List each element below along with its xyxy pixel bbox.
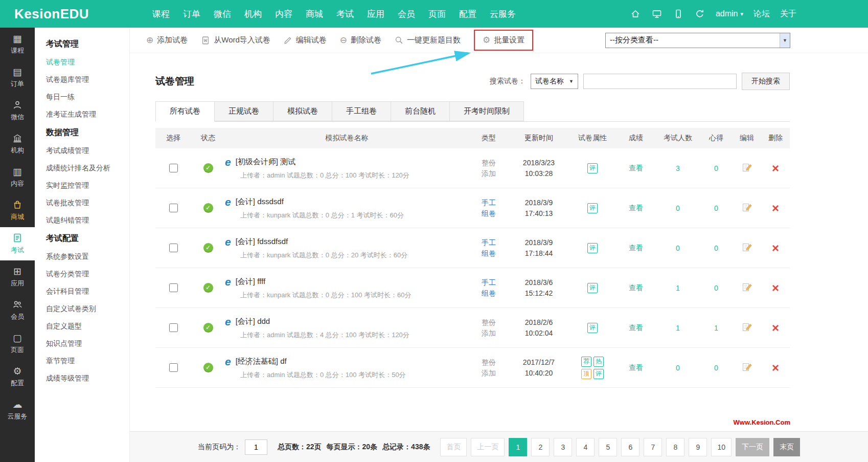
page-button-5[interactable]: 5 (599, 438, 617, 456)
examinee-count-link[interactable]: 0 (676, 364, 680, 372)
category-filter-select[interactable]: --按分类查看-- ▼ (605, 33, 790, 48)
nav-apps[interactable]: 应用 (367, 8, 384, 20)
nav-pages[interactable]: 页面 (428, 8, 446, 20)
rail-item-courses[interactable]: ▦ 课程 (0, 28, 35, 61)
delete-icon[interactable]: × (772, 281, 779, 295)
edit-icon[interactable] (742, 322, 752, 332)
row-checkbox[interactable] (169, 363, 178, 372)
submenu-item-grade-levels[interactable]: 成绩等级管理 (46, 374, 129, 383)
search-input[interactable] (583, 74, 737, 89)
nav-shop[interactable]: 商城 (306, 8, 323, 20)
tab-all-papers[interactable]: 所有试卷 (155, 101, 215, 122)
examinee-count-link[interactable]: 0 (676, 244, 680, 252)
examinee-count-link[interactable]: 1 (676, 324, 680, 332)
about-link[interactable]: 关于 (780, 9, 796, 19)
rail-item-members[interactable]: 会员 (0, 294, 35, 327)
submenu-item-paper-mgmt[interactable]: 试卷管理 (46, 58, 129, 67)
tab-manual-papers[interactable]: 手工组卷 (332, 101, 391, 121)
page-button-1[interactable]: 1 (509, 438, 527, 456)
home-icon[interactable] (630, 8, 641, 19)
submenu-item-paper-grading[interactable]: 试卷批改管理 (46, 199, 129, 208)
forum-link[interactable]: 论坛 (753, 9, 770, 19)
tab-regular-papers[interactable]: 正规试卷 (215, 101, 273, 121)
submenu-item-system-params[interactable]: 系统参数设置 (46, 252, 129, 261)
page-button-2[interactable]: 2 (531, 438, 550, 456)
search-button[interactable]: 开始搜索 (742, 73, 790, 90)
nav-courses[interactable]: 课程 (152, 8, 170, 20)
submenu-item-custom-paper-type[interactable]: 自定义试卷类别 (46, 304, 129, 314)
examinee-count-link[interactable]: 3 (676, 164, 680, 172)
nav-orders[interactable]: 订单 (183, 8, 200, 20)
view-score-link[interactable]: 查看 (629, 164, 643, 172)
page-button-9[interactable]: 9 (689, 438, 707, 456)
submenu-item-daily-practice[interactable]: 每日一练 (46, 93, 129, 102)
submenu-item-question-bank[interactable]: 试卷题库管理 (46, 75, 129, 84)
nav-settings[interactable]: 配置 (459, 8, 476, 20)
view-score-link[interactable]: 查看 (629, 323, 643, 332)
nav-cloud[interactable]: 云服务 (490, 8, 516, 20)
view-score-link[interactable]: 查看 (629, 283, 643, 292)
rail-item-orders[interactable]: ▤ 订单 (0, 61, 35, 94)
rail-item-organization[interactable]: 机构 (0, 127, 35, 161)
notes-count-link[interactable]: 0 (714, 164, 718, 172)
search-field-select[interactable]: 试卷名称 ▼ (531, 74, 578, 89)
notes-count-link[interactable]: 1 (714, 324, 718, 332)
rail-item-shop[interactable]: 商城 (0, 194, 35, 227)
submenu-item-admission-ticket[interactable]: 准考证生成管理 (46, 110, 129, 119)
delete-icon[interactable]: × (772, 321, 779, 335)
mobile-icon[interactable] (673, 8, 684, 19)
page-button-6[interactable]: 6 (621, 438, 639, 456)
page-button-10[interactable]: 10 (711, 438, 732, 456)
next-page-button[interactable]: 下一页 (736, 438, 769, 456)
paper-name-link[interactable]: [会计] fdssdfsdf (236, 237, 288, 247)
delete-icon[interactable]: × (772, 201, 779, 215)
first-page-button[interactable]: 首页 (440, 438, 467, 456)
edit-icon[interactable] (742, 362, 752, 372)
tab-time-limit[interactable]: 开考时间限制 (450, 101, 524, 121)
rail-item-pages[interactable]: ▢ 页面 (0, 327, 35, 360)
paper-name-link[interactable]: [经济法基础] df (236, 357, 287, 366)
row-checkbox[interactable] (169, 164, 178, 172)
import-word-button[interactable]: 从Word导入试卷 (201, 35, 270, 45)
view-score-link[interactable]: 查看 (629, 244, 643, 252)
nav-wechat[interactable]: 微信 (214, 8, 231, 20)
rail-item-wechat[interactable]: 微信 (0, 94, 35, 127)
row-checkbox[interactable] (169, 204, 178, 212)
notes-count-link[interactable]: 0 (714, 284, 718, 292)
paper-name-link[interactable]: [会计] ddd (236, 317, 270, 326)
submenu-item-accounting-subjects[interactable]: 会计科目管理 (46, 287, 129, 296)
prev-page-button[interactable]: 上一页 (471, 438, 505, 456)
submenu-item-error-correction[interactable]: 试题纠错管理 (46, 216, 129, 225)
refresh-icon[interactable] (694, 8, 705, 19)
paper-name-link[interactable]: [初级会计师] 测试 (236, 157, 296, 167)
page-button-7[interactable]: 7 (644, 438, 662, 456)
page-button-4[interactable]: 4 (576, 438, 595, 456)
submenu-item-score-mgmt[interactable]: 考试成绩管理 (46, 146, 129, 156)
submenu-item-chapter-mgmt[interactable]: 章节管理 (46, 357, 129, 366)
page-button-8[interactable]: 8 (666, 438, 684, 456)
delete-paper-button[interactable]: ⊖ 删除试卷 (340, 35, 381, 46)
monitor-icon[interactable] (651, 8, 663, 19)
nav-organization[interactable]: 机构 (244, 8, 262, 20)
batch-settings-button[interactable]: ⚙ 批量设置 (483, 35, 524, 46)
rail-item-apps[interactable]: ⊞ 应用 (0, 260, 35, 294)
notes-count-link[interactable]: 0 (714, 364, 718, 372)
row-checkbox[interactable] (169, 244, 178, 252)
edit-icon[interactable] (742, 162, 752, 172)
view-score-link[interactable]: 查看 (629, 363, 643, 371)
submenu-item-score-stats[interactable]: 成绩统计排名及分析 (46, 164, 129, 173)
nav-exam[interactable]: 考试 (336, 8, 354, 20)
notes-count-link[interactable]: 0 (714, 204, 718, 212)
examinee-count-link[interactable]: 0 (676, 204, 680, 212)
delete-icon[interactable]: × (772, 161, 779, 175)
current-page-input[interactable] (245, 439, 267, 455)
last-page-button[interactable]: 末页 (773, 438, 800, 456)
user-dropdown[interactable]: admin ▾ (716, 9, 743, 18)
row-checkbox[interactable] (169, 283, 178, 292)
submenu-item-realtime-monitor[interactable]: 实时监控管理 (46, 181, 129, 190)
add-paper-button[interactable]: ⊕ 添加试卷 (146, 35, 188, 46)
row-checkbox[interactable] (169, 323, 178, 332)
delete-icon[interactable]: × (772, 361, 779, 375)
delete-icon[interactable]: × (772, 241, 779, 255)
paper-name-link[interactable]: [会计] dssdsdf (236, 197, 284, 207)
